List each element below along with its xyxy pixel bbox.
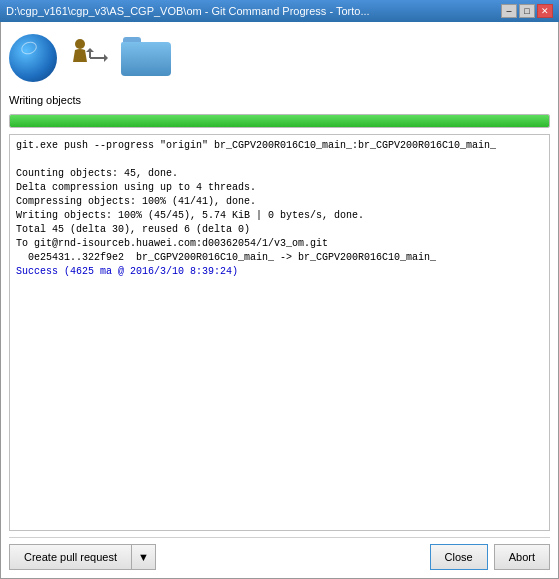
window-content: Writing objects git.exe push --progress … xyxy=(0,22,559,579)
header-area xyxy=(9,30,550,90)
success-text: Success (4625 ma @ 2016/3/10 8:39:24) xyxy=(16,266,238,277)
window-close-button[interactable]: ✕ xyxy=(537,4,553,18)
left-button-group: Create pull request ▼ xyxy=(9,544,156,570)
progress-bar-container xyxy=(9,114,550,128)
output-area: git.exe push --progress "origin" br_CGPV… xyxy=(9,134,550,531)
close-button[interactable]: Close xyxy=(430,544,488,570)
title-bar: D:\cgp_v161\cgp_v3\AS_CGP_VOB\om - Git C… xyxy=(0,0,559,22)
minimize-button[interactable]: – xyxy=(501,4,517,18)
create-pull-request-button[interactable]: Create pull request xyxy=(9,544,132,570)
pull-request-dropdown-button[interactable]: ▼ xyxy=(132,544,156,570)
folder-icon xyxy=(121,37,171,79)
svg-marker-4 xyxy=(86,48,94,52)
button-bar: Create pull request ▼ Close Abort xyxy=(9,537,550,570)
svg-marker-2 xyxy=(104,54,108,62)
dropdown-arrow-icon: ▼ xyxy=(138,551,149,563)
maximize-button[interactable]: □ xyxy=(519,4,535,18)
output-text: git.exe push --progress "origin" br_CGPV… xyxy=(16,140,496,263)
right-button-group: Close Abort xyxy=(430,544,550,570)
progress-bar-fill xyxy=(10,115,549,127)
arrow-icon xyxy=(69,34,109,82)
status-text: Writing objects xyxy=(9,94,550,106)
svg-point-0 xyxy=(75,39,85,49)
abort-button[interactable]: Abort xyxy=(494,544,550,570)
globe-icon xyxy=(9,34,57,82)
title-bar-text: D:\cgp_v161\cgp_v3\AS_CGP_VOB\om - Git C… xyxy=(6,5,495,17)
title-bar-buttons: – □ ✕ xyxy=(501,4,553,18)
